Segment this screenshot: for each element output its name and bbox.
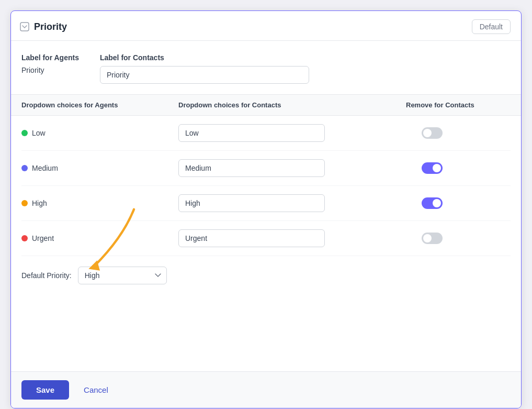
contact-input-urgent-wrap xyxy=(178,229,395,247)
spacer xyxy=(11,330,521,371)
remove-low-col xyxy=(406,127,511,139)
modal-title: Priority xyxy=(34,21,67,32)
medium-dot xyxy=(21,165,28,171)
toggle-high-slider xyxy=(422,197,443,209)
contact-input-medium-wrap xyxy=(178,159,395,177)
toggle-low-slider xyxy=(422,127,443,139)
toggle-urgent[interactable] xyxy=(422,233,443,244)
agent-label-value: Priority xyxy=(21,66,79,74)
agent-label-heading: Label for Agents xyxy=(21,53,79,62)
low-dot xyxy=(21,130,28,136)
label-section: Label for Agents Priority Label for Cont… xyxy=(11,41,521,94)
high-label: High xyxy=(32,199,47,207)
table-row: Urgent xyxy=(21,221,511,256)
col-agents-header: Dropdown choices for Agents xyxy=(21,101,168,109)
default-priority-select[interactable]: Low Medium High Urgent xyxy=(78,267,167,284)
priority-modal: Priority Default Label for Agents Priori… xyxy=(10,10,522,408)
toggle-high[interactable] xyxy=(422,197,443,209)
contact-input-low-wrap xyxy=(178,124,395,142)
table-header: Dropdown choices for Agents Dropdown cho… xyxy=(11,95,521,116)
choices-table: Dropdown choices for Agents Dropdown cho… xyxy=(11,94,521,330)
header-left: Priority xyxy=(19,21,67,32)
toggle-medium[interactable] xyxy=(422,162,443,174)
default-priority-label: Default Priority: xyxy=(21,271,72,280)
svg-rect-0 xyxy=(20,23,29,31)
modal-header: Priority Default xyxy=(11,11,521,41)
table-row: High xyxy=(21,186,511,221)
low-label: Low xyxy=(32,129,46,137)
col-contacts-header: Dropdown choices for Contacts xyxy=(178,101,395,109)
col-remove-header: Remove for Contacts xyxy=(406,101,511,109)
urgent-dot xyxy=(21,235,28,241)
contact-input-medium[interactable] xyxy=(178,159,325,177)
contact-input-high[interactable] xyxy=(178,194,325,212)
remove-urgent-col xyxy=(406,233,511,244)
urgent-label: Urgent xyxy=(32,234,54,242)
remove-medium-col xyxy=(406,162,511,174)
contact-label-heading: Label for Contacts xyxy=(100,53,309,62)
default-priority-row: Default Priority: Low Medium High Urgent xyxy=(11,256,521,290)
contact-input-low[interactable] xyxy=(178,124,325,142)
remove-high-col xyxy=(406,197,511,209)
contact-input-urgent[interactable] xyxy=(178,229,325,247)
contact-label-input[interactable] xyxy=(100,66,309,84)
table-body: Low Medium xyxy=(11,116,521,256)
agent-choice-high: High xyxy=(21,199,168,207)
default-button[interactable]: Default xyxy=(472,19,511,34)
cancel-button[interactable]: Cancel xyxy=(75,380,117,400)
agent-choice-medium: Medium xyxy=(21,164,168,172)
default-priority-section: Default Priority: Low Medium High Urgent xyxy=(11,256,521,290)
contact-label-group: Label for Contacts xyxy=(100,53,309,84)
table-row: Low xyxy=(21,116,511,151)
agent-choice-low: Low xyxy=(21,129,168,137)
agent-label-group: Label for Agents Priority xyxy=(21,53,79,84)
toggle-low[interactable] xyxy=(422,127,443,139)
collapse-icon[interactable] xyxy=(19,21,30,32)
modal-footer: Save Cancel xyxy=(11,371,521,408)
agent-choice-urgent: Urgent xyxy=(21,234,168,242)
toggle-medium-slider xyxy=(422,162,443,174)
save-button[interactable]: Save xyxy=(21,380,69,400)
table-row: Medium xyxy=(21,151,511,186)
toggle-urgent-slider xyxy=(422,233,443,244)
contact-input-high-wrap xyxy=(178,194,395,212)
medium-label: Medium xyxy=(32,164,58,172)
high-dot xyxy=(21,200,28,206)
